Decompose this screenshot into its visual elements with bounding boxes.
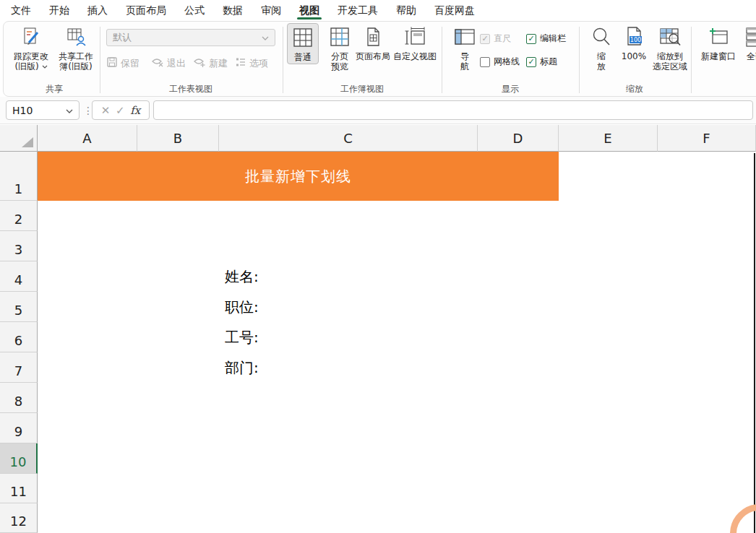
row-header-1[interactable]: 1 [0, 152, 38, 201]
group-separator [691, 27, 692, 93]
tab-formulas[interactable]: 公式 [184, 0, 205, 20]
custom-view-icon [404, 25, 426, 49]
enter-icon[interactable]: ✓ [116, 104, 125, 117]
row-header-3[interactable]: 3 [0, 231, 38, 261]
new-sheet-view-button[interactable]: 新建 [193, 56, 228, 70]
cell-c4-name-label[interactable]: 姓名: [219, 261, 436, 292]
tab-file[interactable]: 文件 [11, 0, 31, 20]
window-edge-line [754, 153, 755, 533]
column-header-a[interactable]: A [38, 125, 137, 152]
new-window-button[interactable]: 新建窗口 [697, 25, 739, 61]
track-changes-label-line1: 跟踪更改 [14, 51, 48, 61]
headings-label: 标题 [540, 56, 557, 68]
page-layout-view-button[interactable]: 页面布局 [352, 25, 394, 61]
group-label-sheet-view: 工作表视图 [169, 83, 212, 95]
tab-view[interactable]: 视图 [299, 0, 319, 20]
arrange-all-button[interactable]: 全部 [741, 25, 756, 61]
zoom-button[interactable]: 缩 放 [588, 25, 615, 72]
magnifier-icon [591, 25, 611, 49]
column-header-d[interactable]: D [478, 125, 559, 152]
cell-c6-employee-id-label[interactable]: 工号: [219, 322, 436, 352]
keep-label: 保留 [121, 57, 139, 70]
row-header-6[interactable]: 6 [0, 322, 38, 352]
navigation-button[interactable]: 导 航 [450, 25, 479, 72]
group-label-zoom: 缩放 [626, 83, 643, 95]
navigation-label-line2: 航 [460, 61, 469, 72]
new-window-label: 新建窗口 [701, 51, 736, 61]
insert-function-icon[interactable]: fx [130, 104, 140, 117]
zoom-100-button[interactable]: 100 100% [618, 25, 650, 61]
formula-bar-checkbox[interactable]: ✓ 编辑栏 [526, 32, 566, 45]
column-header-c[interactable]: C [219, 125, 478, 152]
keep-sheet-view-button[interactable]: 保留 [106, 56, 139, 70]
ruler-label: 直尺 [494, 32, 511, 45]
column-header-f[interactable]: F [658, 125, 756, 152]
tab-home[interactable]: 开始 [49, 0, 69, 20]
tab-baidu-netdisk[interactable]: 百度网盘 [434, 0, 475, 20]
grid-magnifier-icon [659, 25, 681, 49]
row-header-2[interactable]: 2 [0, 201, 38, 231]
shared-workbook-button[interactable]: 共享工作 簿(旧版) [54, 25, 98, 72]
row-header-7[interactable]: 7 [0, 352, 38, 383]
track-changes-button[interactable]: 跟踪更改 (旧版) [11, 25, 51, 72]
row-header-4[interactable]: 4 [0, 261, 38, 292]
row-header-9[interactable]: 9 [0, 413, 38, 443]
chevron-down-icon [262, 32, 269, 43]
tab-insert[interactable]: 插入 [87, 0, 108, 20]
row-header-8[interactable]: 8 [0, 383, 38, 413]
row-header-11[interactable]: 11 [0, 474, 38, 503]
tab-data[interactable]: 数据 [223, 0, 243, 20]
gridlines-label: 网格线 [494, 56, 520, 68]
navigation-label-line1: 导 [460, 51, 469, 61]
row-header-10-active[interactable]: 10 [0, 443, 38, 474]
tab-help[interactable]: 帮助 [396, 0, 416, 20]
name-box[interactable]: H10 [6, 100, 80, 120]
menubar: 文件 开始 插入 页面布局 公式 数据 审阅 视图 开发工具 帮助 百度网盘 [0, 0, 756, 20]
stacked-windows-icon [745, 25, 756, 49]
exit-sheet-view-button[interactable]: 退出 [151, 56, 186, 70]
track-changes-label-line2: (旧版) [14, 61, 47, 72]
shared-workbook-label-line1: 共享工作 [59, 51, 93, 61]
banner-text: 批量新增下划线 [245, 167, 351, 186]
select-all-button[interactable] [0, 125, 38, 152]
page-grid-icon [363, 25, 383, 49]
row-header-12[interactable]: 12 [0, 503, 38, 533]
row-header-5[interactable]: 5 [0, 292, 38, 322]
options-label: 选项 [249, 57, 268, 70]
column-header-b[interactable]: B [137, 125, 219, 152]
formula-row: H10 ⋮ ✕ ✓ fx [0, 97, 756, 124]
tab-developer[interactable]: 开发工具 [338, 0, 378, 20]
zoom-to-selection-button[interactable]: 缩放到 选定区域 [650, 25, 690, 72]
watermark-arc [730, 504, 756, 533]
cell-c5-position-label[interactable]: 职位: [219, 292, 436, 322]
options-sheet-view-button[interactable]: 选项 [235, 56, 268, 70]
page-break-label-line1: 分页 [331, 51, 348, 61]
sheet-view-dropdown[interactable]: 默认 [106, 29, 275, 46]
ruler-checkbox[interactable]: ✓ 直尺 [480, 32, 511, 45]
sheet-view-dropdown-value: 默认 [113, 31, 132, 44]
normal-view-button[interactable]: 普通 [287, 23, 319, 64]
cancel-icon[interactable]: ✕ [101, 104, 111, 117]
tab-page-layout[interactable]: 页面布局 [126, 0, 166, 20]
headings-checkbox[interactable]: ✓ 标题 [526, 56, 557, 68]
page-100-icon: 100 [624, 25, 644, 49]
eye-plus-icon [193, 56, 206, 70]
page-layout-label: 页面布局 [356, 51, 390, 61]
cell-c7-department-label[interactable]: 部门: [219, 352, 436, 383]
custom-views-label: 自定义视图 [393, 51, 437, 61]
banner-cell[interactable]: 批量新增下划线 [38, 152, 559, 201]
tab-review[interactable]: 审阅 [261, 0, 281, 20]
group-label-show: 显示 [502, 83, 519, 95]
chevron-down-icon[interactable] [66, 105, 73, 116]
zoom-100-label: 100% [622, 51, 646, 61]
custom-views-button[interactable]: 自定义视图 [391, 25, 439, 61]
save-icon [106, 56, 118, 70]
workbook-person-icon [65, 25, 87, 49]
formula-bar-input[interactable] [153, 100, 753, 120]
page-break-label-line2: 预览 [331, 61, 348, 72]
eye-close-icon [151, 56, 164, 70]
formula-buttons: ✕ ✓ fx [92, 100, 150, 120]
gridlines-checkbox[interactable]: 网格线 [480, 56, 520, 68]
column-header-e[interactable]: E [559, 125, 658, 152]
shared-workbook-label-line2: 簿(旧版) [59, 61, 92, 72]
